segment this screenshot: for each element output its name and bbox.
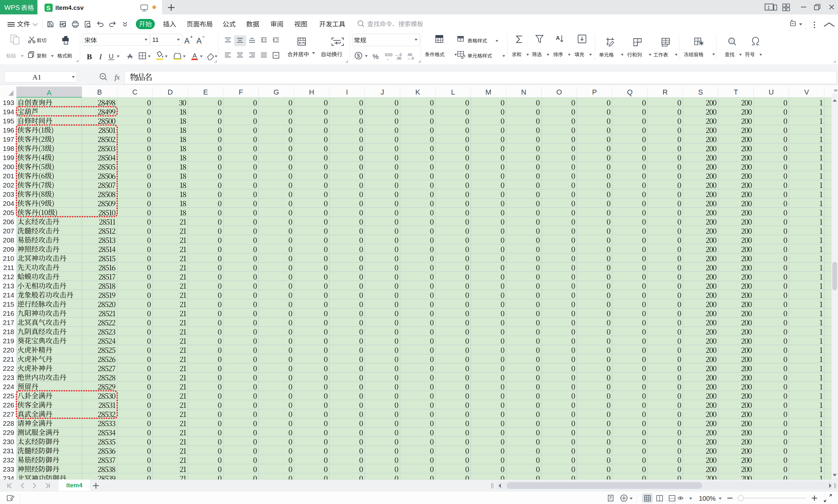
svg-text:P: P — [592, 88, 597, 96]
svg-text:F: F — [239, 88, 243, 96]
svg-text:203: 203 — [3, 191, 14, 198]
svg-text:212: 212 — [3, 273, 14, 281]
svg-text:WPS: WPS — [4, 4, 20, 11]
svg-text:227: 227 — [3, 410, 14, 418]
svg-text:T: T — [734, 88, 738, 96]
svg-text:197: 197 — [3, 136, 14, 143]
svg-text:R: R — [662, 88, 668, 96]
svg-text:A: A — [184, 36, 190, 45]
svg-text:229: 229 — [3, 429, 14, 436]
svg-text:$: $ — [357, 53, 360, 58]
svg-text:D: D — [167, 88, 173, 96]
svg-text:item4: item4 — [66, 482, 83, 489]
svg-text:220: 220 — [3, 346, 14, 354]
svg-text:V: V — [804, 88, 809, 96]
svg-text:0: 0 — [385, 53, 387, 57]
svg-text:228: 228 — [3, 419, 14, 427]
svg-text:−: − — [202, 34, 205, 39]
svg-text:Q: Q — [627, 88, 632, 96]
svg-text:193: 193 — [3, 99, 14, 106]
svg-text:S: S — [698, 88, 703, 96]
svg-text:K: K — [415, 88, 420, 96]
svg-text:214: 214 — [3, 291, 14, 299]
svg-text:A1: A1 — [32, 73, 41, 81]
svg-text:I: I — [99, 52, 102, 61]
svg-text:item4.csv: item4.csv — [55, 4, 84, 11]
svg-text:+: + — [190, 34, 193, 39]
svg-text:U: U — [769, 88, 774, 96]
svg-text:N: N — [521, 88, 527, 96]
svg-text:S: S — [47, 4, 51, 12]
svg-text:233: 233 — [3, 465, 14, 473]
svg-text:200: 200 — [3, 163, 14, 170]
svg-text:208: 208 — [3, 236, 14, 244]
svg-text:I: I — [346, 88, 348, 96]
svg-text:196: 196 — [3, 126, 14, 134]
svg-text:B: B — [97, 88, 102, 96]
svg-text:H: H — [309, 88, 314, 96]
svg-text:100%: 100% — [699, 495, 716, 502]
svg-text:A: A — [47, 89, 52, 97]
svg-text:223: 223 — [3, 374, 14, 381]
svg-text:204: 204 — [3, 200, 14, 207]
svg-text:210: 210 — [3, 255, 14, 262]
svg-text:199: 199 — [3, 154, 14, 161]
svg-text:A: A — [556, 35, 560, 41]
svg-text:202: 202 — [3, 181, 14, 189]
svg-text:L: L — [451, 88, 455, 96]
svg-text:213: 213 — [3, 282, 14, 290]
svg-text:201: 201 — [3, 172, 14, 180]
svg-text:%: % — [373, 53, 379, 60]
svg-text:222: 222 — [3, 364, 14, 372]
svg-text:fx: fx — [114, 73, 120, 81]
svg-text:G: G — [273, 88, 279, 96]
svg-text:219: 219 — [3, 337, 14, 345]
svg-text:198: 198 — [3, 145, 14, 152]
svg-text:1: 1 — [767, 4, 770, 10]
svg-text:225: 225 — [3, 392, 14, 400]
svg-text:O: O — [556, 88, 562, 96]
svg-text:C: C — [132, 88, 138, 96]
svg-text:216: 216 — [3, 310, 14, 317]
svg-text:209: 209 — [3, 246, 14, 253]
svg-text:231: 231 — [3, 447, 14, 454]
svg-text:,: , — [387, 55, 389, 60]
svg-text:224: 224 — [3, 383, 14, 391]
svg-text:206: 206 — [3, 218, 14, 226]
svg-text:205: 205 — [3, 209, 14, 216]
svg-text:195: 195 — [3, 117, 14, 125]
svg-text:A: A — [196, 36, 202, 45]
svg-text:230: 230 — [3, 438, 14, 446]
svg-text:207: 207 — [3, 227, 14, 235]
svg-text:M: M — [485, 88, 491, 96]
svg-text:221: 221 — [3, 356, 14, 363]
svg-text:B: B — [87, 52, 92, 61]
svg-text:E: E — [203, 88, 208, 96]
svg-text:J: J — [381, 88, 384, 96]
svg-text:U: U — [109, 52, 113, 60]
svg-text:11: 11 — [152, 36, 159, 43]
svg-text:A: A — [193, 52, 197, 59]
svg-text:211: 211 — [3, 264, 14, 271]
svg-text:215: 215 — [3, 301, 14, 308]
svg-text:217: 217 — [3, 319, 14, 326]
svg-text:226: 226 — [3, 401, 14, 409]
svg-text:.00: .00 — [396, 56, 401, 60]
svg-text:232: 232 — [3, 456, 14, 464]
svg-text:→.0: →.0 — [407, 56, 414, 60]
svg-text:0: 0 — [390, 53, 392, 57]
svg-text:218: 218 — [3, 328, 14, 336]
svg-text:194: 194 — [3, 108, 14, 115]
